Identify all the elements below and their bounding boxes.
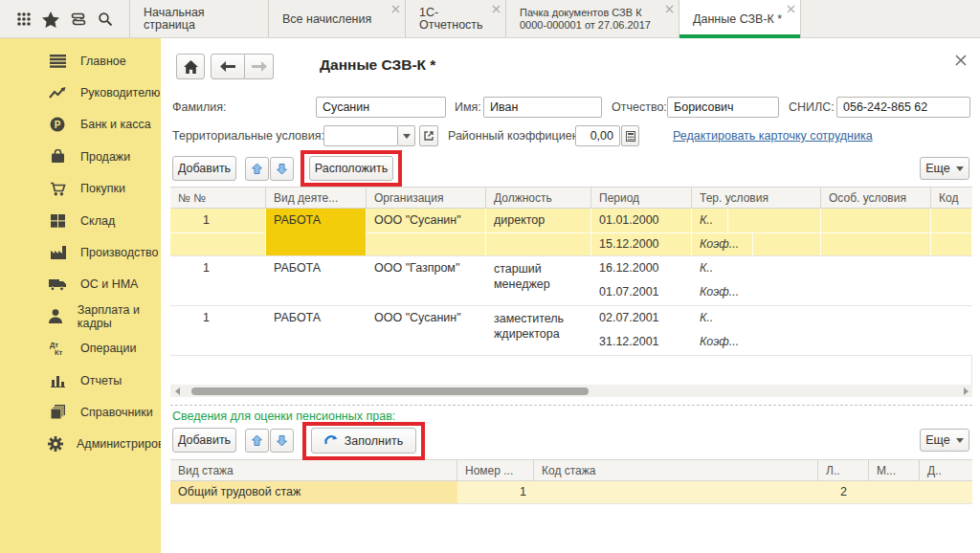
scroll-right-icon[interactable] <box>959 385 972 397</box>
move-down-button[interactable] <box>270 157 294 181</box>
scroll-left-icon[interactable] <box>170 385 184 397</box>
tab-szvk-data[interactable]: Данные СЗВ-К * <box>679 0 801 38</box>
tab-label: Начальная страница <box>144 7 251 32</box>
table-row[interactable]: 1 РАБОТА ООО "Газпром" старшийменеджер 1… <box>170 256 972 306</box>
column-header[interactable]: Д.. <box>920 460 972 480</box>
tab-1c-reporting[interactable]: 1С-Отчетность <box>405 0 506 38</box>
column-header[interactable]: Организация <box>367 188 486 208</box>
menu-lines-icon <box>48 53 67 70</box>
sidebar-item-operations[interactable]: ДтКт Операции <box>0 333 161 365</box>
home-button[interactable] <box>176 54 205 79</box>
snils-input[interactable] <box>836 97 970 118</box>
special-conditions-cell <box>821 209 931 255</box>
close-form-icon[interactable] <box>955 55 969 68</box>
forward-button[interactable] <box>245 54 274 79</box>
sidebar-item-purchases[interactable]: Покупки <box>0 173 161 205</box>
sidebar-item-main[interactable]: Главное <box>0 45 161 77</box>
row-number: 1 <box>170 256 266 280</box>
edit-employee-card-link[interactable]: Редактировать карточку сотрудника <box>673 125 873 146</box>
table-row[interactable]: 1 РАБОТА ООО "Сусанин" директор 01.01.20… <box>170 209 972 256</box>
more-button-label: Еще <box>925 162 949 175</box>
column-header[interactable]: Особ. условия <box>821 188 931 208</box>
lastname-input[interactable] <box>316 97 446 118</box>
close-tab-icon[interactable] <box>665 5 674 13</box>
arrange-button[interactable]: Расположить <box>309 156 393 181</box>
column-header[interactable]: Код <box>931 188 972 208</box>
column-header[interactable]: № № <box>170 188 266 208</box>
move-up-button[interactable] <box>245 429 269 453</box>
territorial-combo-input[interactable] <box>323 125 398 146</box>
number-cell: 1 <box>457 481 534 503</box>
page-title: Данные СЗВ-К * <box>320 56 435 74</box>
activity-cell[interactable]: РАБОТА <box>266 209 366 232</box>
sidebar-item-label: Операции <box>80 342 136 355</box>
truck-icon <box>48 276 67 293</box>
sidebar-item-bank-cash[interactable]: Р Банк и касса <box>0 109 161 141</box>
calculator-button[interactable] <box>621 125 639 146</box>
column-header[interactable]: Л.. <box>818 460 869 480</box>
sidebar-item-label: Главное <box>80 55 126 68</box>
tab-label-line1: Пачка документов СЗВ К <box>520 7 642 18</box>
sidebar-item-payroll-hr[interactable]: Зарплата и кадры <box>0 300 161 332</box>
move-down-button[interactable] <box>270 429 294 453</box>
factory-icon <box>48 244 67 261</box>
sidebar-item-label: Покупки <box>80 182 125 195</box>
column-header[interactable]: Период <box>591 188 692 208</box>
fill-button[interactable]: Заполнить <box>311 428 416 453</box>
more-button[interactable]: Еще <box>920 157 969 180</box>
middlename-label: Отчество: <box>612 97 667 118</box>
back-button[interactable] <box>211 54 245 79</box>
column-header[interactable]: Должность <box>486 188 591 208</box>
books-stack-icon <box>48 404 67 421</box>
tab-all-accruals[interactable]: Все начисления <box>268 0 406 38</box>
sidebar-item-label: Банк и касса <box>80 118 151 131</box>
column-header[interactable]: Номер ... <box>457 460 534 480</box>
scrollbar-thumb[interactable] <box>191 387 589 395</box>
column-header[interactable]: Код стажа <box>534 460 818 480</box>
apps-grid-icon[interactable] <box>13 9 34 30</box>
sidebar-item-sales[interactable]: Продажи <box>0 141 161 172</box>
territorial-open-button[interactable] <box>419 125 438 146</box>
search-icon[interactable] <box>95 9 116 30</box>
column-header[interactable]: Тер. условия <box>692 188 821 208</box>
sidebar-item-reports[interactable]: Отчеты <box>0 365 161 396</box>
district-coeff-input[interactable] <box>575 125 620 146</box>
horizontal-scrollbar[interactable] <box>170 385 972 397</box>
sidebar-item-manager[interactable]: Руководителю <box>0 77 161 108</box>
organization-cell: ООО "Сусанин" <box>367 306 486 330</box>
middlename-input[interactable] <box>667 97 779 118</box>
close-tab-icon[interactable] <box>787 5 795 13</box>
period-from-cell: 16.12.2000 <box>591 256 692 280</box>
territorial-cell: К.. <box>692 306 821 330</box>
back-arrow-icon <box>220 61 235 72</box>
sidebar-item-label: Продажи <box>80 150 130 164</box>
tab-home-page[interactable]: Начальная страница <box>129 0 269 38</box>
sidebar-item-warehouse[interactable]: Склад <box>0 205 161 236</box>
sidebar-item-administration[interactable]: Администрирование <box>0 429 161 460</box>
history-icon[interactable] <box>68 9 89 30</box>
tab-document-pack[interactable]: Пачка документов СЗВ К 0000-000001 от 27… <box>505 0 679 38</box>
add-button[interactable]: Добавить <box>172 156 236 181</box>
table-row[interactable]: 1 РАБОТА ООО "Сусанин" заместительждирек… <box>170 306 972 356</box>
organization-cell: ООО "Сусанин" <box>367 209 485 232</box>
move-up-button[interactable] <box>245 157 269 181</box>
sidebar-item-directories[interactable]: Справочники <box>0 396 161 428</box>
firstname-input[interactable] <box>483 97 602 118</box>
add-button[interactable]: Добавить <box>172 428 236 453</box>
sidebar-item-fixed-assets[interactable]: ОС и НМА <box>0 269 161 300</box>
column-header[interactable]: Вид стажа <box>170 460 457 480</box>
lastname-label: Фамилия: <box>172 97 227 118</box>
close-tab-icon[interactable] <box>391 5 400 13</box>
experience-kind-cell[interactable]: Общий трудовой стаж <box>170 481 457 503</box>
column-header[interactable]: Вид деяте... <box>266 188 367 208</box>
activity-cell: РАБОТА <box>266 256 367 280</box>
home-icon <box>184 60 198 74</box>
sidebar-item-production[interactable]: Производство <box>0 236 161 268</box>
close-tab-icon[interactable] <box>492 5 501 13</box>
column-header[interactable]: М... <box>869 460 920 480</box>
more-button[interactable]: Еще <box>920 429 969 452</box>
table-row[interactable]: Общий трудовой стаж 1 2 <box>170 481 972 504</box>
favorites-star-icon[interactable] <box>40 9 61 30</box>
territorial-dropdown-button[interactable] <box>398 125 415 146</box>
fill-button-label: Заполнить <box>345 434 403 448</box>
